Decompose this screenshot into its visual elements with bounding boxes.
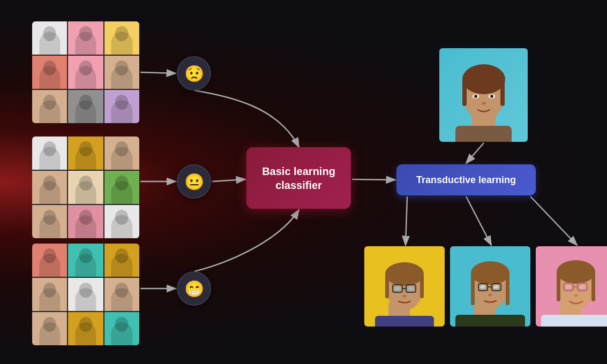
- face-cell: [104, 171, 139, 204]
- result-face-2: [450, 246, 530, 327]
- svg-rect-50: [557, 272, 560, 301]
- svg-point-31: [395, 287, 400, 291]
- face-cell: [104, 205, 139, 238]
- svg-rect-15: [462, 79, 467, 106]
- svg-rect-38: [471, 273, 475, 305]
- face-cell: [32, 136, 67, 170]
- face-cell: [104, 136, 139, 170]
- face-cell: [68, 312, 103, 345]
- svg-line-7: [466, 143, 484, 163]
- face-grid-negative: [32, 21, 139, 123]
- svg-rect-51: [591, 272, 595, 301]
- face-cell: [32, 171, 67, 204]
- face-cell: [68, 21, 103, 55]
- face-cell: [104, 244, 139, 277]
- transductive-learning-box: Transductive learning: [396, 164, 536, 195]
- face-cell: [32, 205, 67, 238]
- svg-point-56: [580, 285, 586, 289]
- face-cell: [104, 56, 139, 89]
- result-face-1: [364, 246, 445, 327]
- face-cell: [68, 136, 103, 170]
- face-cell: [104, 312, 139, 345]
- main-background: 😟 😐 😁 Basic learningclassifier Transduct…: [0, 0, 607, 364]
- svg-point-49: [557, 260, 595, 284]
- happy-emotion-icon: 😁: [177, 271, 211, 306]
- neutral-emotion-icon: 😐: [177, 164, 211, 199]
- face-cell: [32, 21, 67, 55]
- svg-rect-47: [541, 315, 607, 327]
- face-cell: [104, 90, 139, 123]
- face-cell: [68, 278, 103, 311]
- face-cell: [104, 21, 139, 55]
- svg-line-10: [530, 196, 577, 245]
- svg-point-44: [493, 285, 499, 289]
- svg-point-57: [574, 294, 578, 297]
- face-cell: [32, 312, 67, 345]
- face-cell: [32, 278, 67, 311]
- face-cell: [68, 90, 103, 123]
- svg-point-14: [462, 64, 505, 94]
- svg-rect-27: [420, 274, 424, 298]
- face-cell: [68, 205, 103, 238]
- svg-rect-23: [375, 316, 434, 327]
- transductive-label: Transductive learning: [416, 175, 516, 186]
- svg-point-55: [566, 285, 572, 289]
- face-cell: [104, 278, 139, 311]
- face-cell: [68, 171, 103, 204]
- svg-rect-26: [385, 274, 389, 298]
- svg-rect-12: [455, 126, 512, 142]
- svg-rect-35: [455, 315, 525, 327]
- face-cell: [32, 90, 67, 123]
- query-face: [439, 48, 528, 142]
- svg-point-25: [385, 262, 424, 286]
- svg-point-45: [489, 294, 492, 297]
- svg-point-32: [408, 287, 414, 291]
- svg-line-5: [212, 179, 245, 181]
- classifier-box: Basic learningclassifier: [246, 147, 351, 209]
- svg-line-6: [352, 179, 395, 180]
- svg-point-43: [480, 285, 485, 289]
- classifier-label: Basic learningclassifier: [262, 164, 335, 192]
- svg-point-19: [474, 95, 477, 98]
- svg-point-21: [482, 102, 486, 105]
- svg-rect-39: [506, 273, 509, 305]
- svg-point-33: [403, 295, 407, 298]
- negative-emotion-icon: 😟: [177, 56, 211, 90]
- svg-point-20: [490, 95, 493, 98]
- face-grid-neutral: [32, 136, 139, 238]
- face-grid-positive: [32, 244, 139, 345]
- face-cell: [32, 244, 67, 277]
- face-cell: [68, 244, 103, 277]
- result-face-3: [536, 246, 607, 327]
- svg-line-9: [466, 196, 491, 245]
- svg-rect-16: [500, 79, 505, 106]
- svg-point-37: [471, 261, 509, 285]
- svg-line-8: [406, 196, 407, 245]
- svg-line-2: [140, 72, 176, 73]
- face-cell: [32, 56, 67, 89]
- face-cell: [68, 56, 103, 89]
